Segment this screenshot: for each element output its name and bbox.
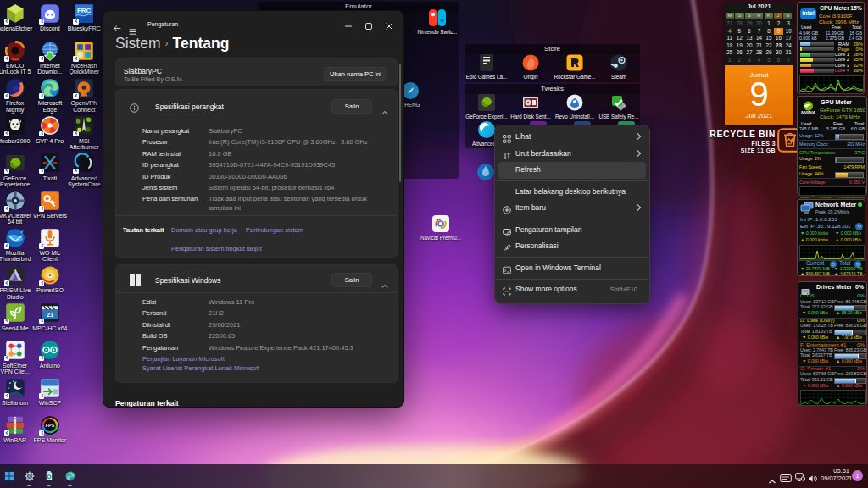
svg-text:NVIDIA: NVIDIA (801, 110, 815, 115)
svg-text:21: 21 (47, 311, 53, 319)
svg-text:FPS: FPS (46, 423, 55, 428)
svg-text:FRC: FRC (77, 6, 91, 14)
